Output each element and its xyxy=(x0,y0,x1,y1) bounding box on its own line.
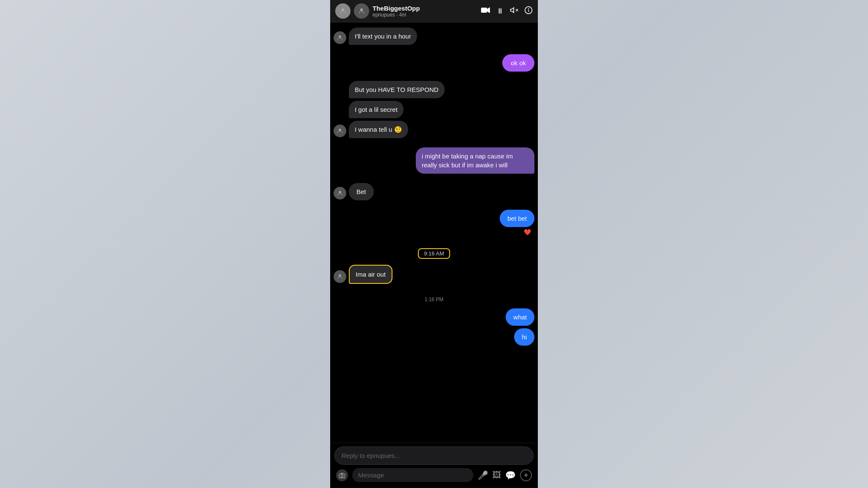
message-row: i might be taking a nap cause im really … xyxy=(334,147,534,174)
message-avatar xyxy=(334,125,346,137)
back-avatar[interactable] xyxy=(335,3,351,19)
pause-icon[interactable]: ⏸ xyxy=(496,7,504,16)
phone-frame: TheBiggestOpp epnupues · 4m ⏸ xyxy=(330,0,538,488)
timestamp: 1:16 PM xyxy=(334,297,534,302)
mute-icon[interactable] xyxy=(510,6,518,17)
message-input[interactable]: Message xyxy=(352,468,473,482)
timestamp-badge: 9:16 AM xyxy=(418,248,450,259)
message-row: Ima air out xyxy=(334,265,534,284)
message-row: bet bet xyxy=(334,210,534,227)
message-row: I got a lil secret xyxy=(334,101,534,118)
input-area: Reply to epnupues... Message 🎤 🖼 💬 xyxy=(330,443,538,488)
message-row: ok ok xyxy=(334,54,534,72)
background: TheBiggestOpp epnupues · 4m ⏸ xyxy=(0,0,868,488)
message-bubble: bet bet xyxy=(500,210,534,227)
image-icon[interactable]: 🖼 xyxy=(492,470,501,480)
message-reaction: ❤️ xyxy=(334,229,531,236)
input-toolbar: Message 🎤 🖼 💬 + xyxy=(334,467,534,483)
message-bubble: ok ok xyxy=(502,54,534,72)
info-icon[interactable] xyxy=(524,6,533,17)
camera-icon[interactable] xyxy=(336,469,348,481)
message-row: I'll text you in a hour xyxy=(334,28,534,45)
video-icon[interactable] xyxy=(481,7,490,16)
message-row: But you HAVE TO RESPOND xyxy=(334,81,534,98)
sticker-icon[interactable]: 💬 xyxy=(505,470,516,480)
header-left: TheBiggestOpp epnupues · 4m xyxy=(335,3,420,19)
svg-point-1 xyxy=(360,8,363,11)
chat-header: TheBiggestOpp epnupues · 4m ⏸ xyxy=(330,0,538,22)
message-bubble: I'll text you in a hour xyxy=(349,28,417,45)
contact-sub: epnupues · 4m xyxy=(373,12,420,18)
svg-point-6 xyxy=(339,36,341,38)
reply-input[interactable]: Reply to epnupues... xyxy=(334,446,534,465)
svg-point-7 xyxy=(339,129,341,131)
svg-point-11 xyxy=(341,474,343,477)
message-bubble: hi xyxy=(514,328,534,346)
message-bubble: I wanna tell u 🤨 xyxy=(349,121,408,138)
message-row: I wanna tell u 🤨 xyxy=(334,121,534,138)
contact-name: TheBiggestOpp xyxy=(373,5,420,12)
timestamp-container: 9:16 AM xyxy=(334,248,534,259)
contact-avatar[interactable] xyxy=(354,3,369,19)
header-actions: ⏸ xyxy=(481,6,533,17)
message-bubble: I got a lil secret xyxy=(349,101,403,118)
message-bubble: i might be taking a nap cause im really … xyxy=(416,147,534,174)
svg-point-9 xyxy=(339,274,341,277)
message-avatar xyxy=(334,31,346,44)
add-icon[interactable]: + xyxy=(520,469,532,481)
message-row: what xyxy=(334,308,534,326)
svg-point-8 xyxy=(339,191,341,193)
messages-area: I'll text you in a hour ok ok But you HA… xyxy=(330,22,538,443)
mic-icon[interactable]: 🎤 xyxy=(478,470,488,480)
message-row: hi xyxy=(334,328,534,346)
header-contact-info: TheBiggestOpp epnupues · 4m xyxy=(373,5,420,18)
svg-point-0 xyxy=(342,8,344,11)
message-bubble: what xyxy=(506,308,534,326)
svg-rect-2 xyxy=(481,8,487,13)
message-row: Bet xyxy=(334,183,534,200)
message-avatar xyxy=(334,270,346,283)
message-avatar xyxy=(334,187,346,200)
message-bubble-highlighted: Ima air out xyxy=(349,265,392,284)
message-bubble: Bet xyxy=(349,183,374,200)
message-bubble: But you HAVE TO RESPOND xyxy=(349,81,445,98)
